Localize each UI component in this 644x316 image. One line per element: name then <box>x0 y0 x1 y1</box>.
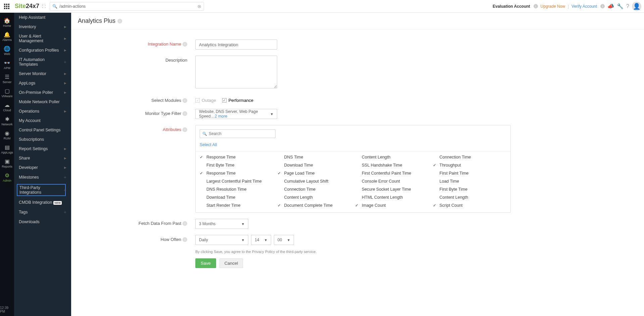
header-right: Evaluation Accounti Upgrade Now | Verify… <box>493 2 641 11</box>
attribute-option[interactable]: ✓Content Length <box>355 154 429 160</box>
user-avatar[interactable]: 👤 <box>632 2 641 11</box>
rail-item-admin[interactable]: ⚙Admin <box>0 170 14 184</box>
sidebar-item-subscriptions[interactable]: Subscriptions <box>14 135 71 144</box>
attribute-option[interactable]: ✓Largest Contentful Paint Time <box>200 178 274 184</box>
sidebar-item-configuration-profiles[interactable]: Configuration Profiles▶ <box>14 46 71 55</box>
rail-item-reports[interactable]: ▣Reports <box>0 156 14 170</box>
attribute-option[interactable]: ✓SSL Handshake Time <box>355 162 429 168</box>
upgrade-link[interactable]: Upgrade Now <box>541 4 565 9</box>
info-icon[interactable]: i <box>183 42 187 47</box>
plus-icon[interactable]: + <box>64 59 66 65</box>
check-icon: ✓ <box>200 171 204 176</box>
sidebar-item-help-assistant[interactable]: Help Assistant <box>14 13 71 22</box>
info-icon[interactable]: i <box>600 4 605 8</box>
sidebar-item-it-automation-templates[interactable]: IT Automation Templates+ <box>14 55 71 69</box>
sidebar-item-cmdb-integration[interactable]: CMDB IntegrationNEW <box>14 198 71 207</box>
sidebar-item-share[interactable]: Share▶ <box>14 153 71 163</box>
attribute-option[interactable]: ✓Cumulative Layout Shift <box>278 178 351 184</box>
attribute-option[interactable]: ✓First Byte Time <box>433 186 507 192</box>
rail-item-network[interactable]: ✱Network <box>0 114 14 128</box>
attribute-option[interactable]: ✓Content Length <box>278 194 351 200</box>
sidebar-item-on-premise-poller[interactable]: On-Premise Poller▶ <box>14 88 71 97</box>
attributes-search-input[interactable] <box>200 129 276 138</box>
rail-item-web[interactable]: 🌐Web <box>0 44 14 58</box>
expand-icon[interactable]: ⛶ <box>42 4 46 8</box>
attribute-option[interactable]: ✓Script Count <box>433 202 507 208</box>
attribute-option[interactable]: ✓Content Length <box>433 194 507 200</box>
hour-dropdown[interactable]: 14 ▼ <box>251 235 271 245</box>
fetch-data-dropdown[interactable]: 3 Months ▼ <box>195 219 248 229</box>
attribute-option[interactable]: ✓Load Time <box>433 178 507 184</box>
attribute-option[interactable]: ✓Throughput <box>433 162 507 168</box>
attribute-option[interactable]: ✓Console Error Count <box>355 178 429 184</box>
sidebar-item-downloads[interactable]: Downloads <box>14 217 71 227</box>
sidebar-item-server-monitor[interactable]: Server Monitor▶ <box>14 69 71 78</box>
info-icon[interactable]: i <box>183 127 187 132</box>
sidebar-item-operations[interactable]: Operations▶ <box>14 107 71 116</box>
plus-icon[interactable]: + <box>64 187 66 193</box>
cancel-button[interactable]: Cancel <box>219 258 243 268</box>
save-button[interactable]: Save <box>195 258 216 268</box>
rail-item-vmware[interactable]: ▢VMware <box>0 86 14 100</box>
clear-search-icon[interactable]: ⊗ <box>197 4 201 9</box>
sidebar-item-developer[interactable]: Developer▶ <box>14 163 71 172</box>
rail-clock: 12:39 PM <box>0 306 14 316</box>
attribute-option[interactable]: ✓Document Complete Time <box>278 202 351 208</box>
rail-item-alarms[interactable]: 🔔Alarms <box>0 29 14 44</box>
monitor-type-filter-dropdown[interactable]: Website, DNS Server, Web Page Speed…2 mo… <box>195 109 277 119</box>
plus-icon[interactable]: + <box>64 209 66 215</box>
attribute-option[interactable]: ✓Page Load Time <box>278 170 351 176</box>
attribute-option[interactable]: ✓First Byte Time <box>200 162 274 168</box>
sidebar-item-user-alert-management[interactable]: User & Alert Management▶ <box>14 31 71 46</box>
rail-item-server[interactable]: ☰Server <box>0 72 14 86</box>
select-all-link[interactable]: Select All <box>200 142 217 147</box>
info-icon[interactable]: i <box>183 111 187 116</box>
rail-item-cloud[interactable]: ☁Cloud <box>0 100 14 114</box>
attribute-option[interactable]: ✓Download Time <box>200 194 274 200</box>
attribute-option[interactable]: ✓Connection Time <box>433 154 507 160</box>
attribute-option[interactable]: ✓Download Time <box>278 162 351 168</box>
tools-icon[interactable]: 🔧 <box>617 3 624 9</box>
attribute-option[interactable]: ✓Image Count <box>355 202 429 208</box>
sidebar-item-inventory[interactable]: Inventory▶ <box>14 22 71 31</box>
info-icon[interactable]: i <box>117 19 122 23</box>
description-input[interactable] <box>195 56 277 88</box>
minute-dropdown[interactable]: 00 ▼ <box>274 235 294 245</box>
rail-item-applogs[interactable]: ▤AppLogs <box>0 142 14 156</box>
attribute-option[interactable]: ✓Secure Socket Layer Time <box>355 186 429 192</box>
attribute-option[interactable]: ✓DNS Time <box>278 154 351 160</box>
attribute-option[interactable]: ✓HTML Content Length <box>355 194 429 200</box>
plus-icon[interactable]: + <box>64 175 66 180</box>
integration-name-input[interactable] <box>195 40 277 50</box>
performance-checkbox[interactable]: Performance <box>222 98 253 103</box>
rail-item-apm[interactable]: 👓APM <box>0 58 14 72</box>
attribute-option[interactable]: ✓DNS Resolution Time <box>200 186 274 192</box>
attribute-option[interactable]: ✓First Paint Time <box>433 170 507 176</box>
help-icon[interactable]: ? <box>626 3 629 9</box>
info-icon[interactable]: i <box>183 98 187 103</box>
rail-item-rum[interactable]: ◉RUM <box>0 128 14 142</box>
sidebar-item-tags[interactable]: Tags+ <box>14 207 71 217</box>
attribute-option[interactable]: ✓Response Time <box>200 154 274 160</box>
info-icon[interactable]: i <box>183 237 187 242</box>
sidebar-item-control-panel-settings[interactable]: Control Panel Settings <box>14 125 71 135</box>
sidebar-item-applogs[interactable]: AppLogs▶ <box>14 78 71 88</box>
info-icon[interactable]: i <box>534 4 538 8</box>
rail-item-home[interactable]: 🏠Home <box>0 15 14 29</box>
info-icon[interactable]: i <box>183 221 187 226</box>
attribute-option[interactable]: ✓First Contentful Paint Time <box>355 170 429 176</box>
logo[interactable]: Site24x7 <box>15 3 39 10</box>
attribute-option[interactable]: ✓Start Render Time <box>200 202 274 208</box>
frequency-dropdown[interactable]: Daily ▼ <box>195 235 248 245</box>
sidebar-item-milestones[interactable]: Milestones+ <box>14 172 71 182</box>
sidebar-item-report-settings[interactable]: Report Settings▶ <box>14 144 71 153</box>
sidebar-item-mobile-network-poller[interactable]: Mobile Network Poller <box>14 97 71 107</box>
sidebar-item-my-account[interactable]: My Account <box>14 116 71 125</box>
apps-menu-icon[interactable] <box>3 2 11 10</box>
search-input[interactable] <box>50 2 204 11</box>
verify-link[interactable]: Verify Account <box>572 4 597 9</box>
sidebar-item-third-party-integrations[interactable]: Third-Party Integrations+ <box>14 182 71 198</box>
attribute-option[interactable]: ✓Response Time <box>200 170 274 176</box>
attribute-option[interactable]: ✓Connection Time <box>278 186 351 192</box>
announcement-icon[interactable]: 📣 <box>607 3 614 9</box>
